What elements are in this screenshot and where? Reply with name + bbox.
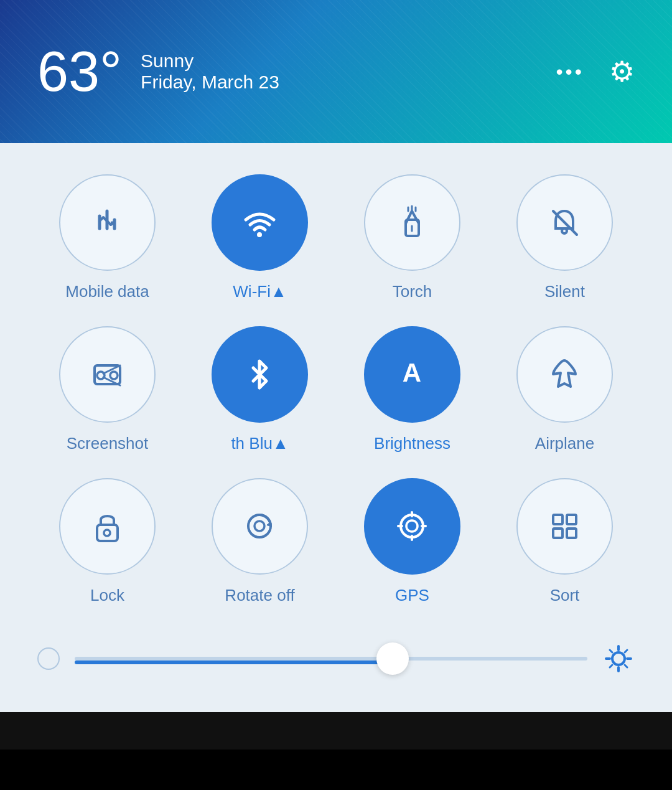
gps-label: GPS xyxy=(395,586,429,605)
more-options-button[interactable]: ••• xyxy=(556,60,584,83)
silent-icon xyxy=(544,202,585,243)
brightness-slider-row xyxy=(37,636,635,687)
svg-text:A: A xyxy=(403,358,421,387)
sort-label: Sort xyxy=(550,586,580,605)
temperature: 63° xyxy=(37,44,122,100)
torch-label: Torch xyxy=(393,282,432,301)
sort-icon xyxy=(544,506,585,547)
brightness-circle[interactable]: A xyxy=(364,326,460,423)
gps-circle[interactable] xyxy=(364,478,460,575)
toggle-mobile-data[interactable]: Mobile data xyxy=(37,174,177,301)
header-actions: ••• ⚙ xyxy=(556,55,635,88)
lock-circle[interactable] xyxy=(59,478,156,575)
toggle-bluetooth[interactable]: th Blu▲ xyxy=(190,326,330,453)
toggle-lock[interactable]: Lock xyxy=(37,478,177,605)
wifi-label: Wi-Fi▲ xyxy=(233,282,286,301)
mobile-data-label: Mobile data xyxy=(65,282,149,301)
toggle-sort[interactable]: Sort xyxy=(495,478,635,605)
svg-point-19 xyxy=(104,530,110,536)
wifi-icon xyxy=(240,202,280,243)
brightness-label: Brightness xyxy=(374,434,450,453)
screenshot-icon xyxy=(87,354,128,395)
toggle-airplane[interactable]: Airplane xyxy=(495,326,635,453)
slider-track-fill xyxy=(75,661,393,664)
svg-point-23 xyxy=(406,520,418,532)
torch-circle[interactable] xyxy=(364,174,460,271)
toggle-wifi[interactable]: Wi-Fi▲ xyxy=(190,174,330,301)
settings-button[interactable]: ⚙ xyxy=(609,55,635,88)
svg-point-4 xyxy=(257,232,262,237)
brightness-max-icon xyxy=(602,642,635,675)
lock-label: Lock xyxy=(90,586,124,605)
brightness-slider-track[interactable] xyxy=(75,657,587,661)
svg-point-22 xyxy=(401,515,423,537)
gps-icon xyxy=(392,506,432,547)
svg-rect-10 xyxy=(562,228,567,233)
toggle-rotate-off[interactable]: Rotate off xyxy=(190,478,330,605)
silent-circle[interactable] xyxy=(516,174,613,271)
toggle-torch[interactable]: Torch xyxy=(342,174,482,301)
brightness-icon: A xyxy=(392,354,432,395)
svg-line-40 xyxy=(610,665,612,667)
brightness-min-icon xyxy=(37,647,60,670)
header: 63° Sunny Friday, March 23 ••• ⚙ xyxy=(0,0,672,143)
rotate-off-circle[interactable] xyxy=(212,478,308,575)
weather-condition: Sunny xyxy=(141,50,279,72)
svg-rect-18 xyxy=(97,525,118,541)
bluetooth-circle[interactable] xyxy=(212,326,308,423)
mobile-data-icon xyxy=(87,202,128,243)
sort-circle[interactable] xyxy=(516,478,613,575)
silent-label: Silent xyxy=(544,282,585,301)
airplane-circle[interactable] xyxy=(516,326,613,423)
svg-rect-31 xyxy=(567,529,576,538)
bluetooth-icon xyxy=(240,354,280,395)
toggle-gps[interactable]: GPS xyxy=(342,478,482,605)
rotate-off-icon xyxy=(240,506,280,547)
airplane-icon xyxy=(544,354,585,395)
screenshot-circle[interactable] xyxy=(59,326,156,423)
svg-rect-29 xyxy=(567,515,576,524)
rotate-off-label: Rotate off xyxy=(225,586,294,605)
toggle-brightness[interactable]: A Brightness xyxy=(342,326,482,453)
lock-icon xyxy=(87,506,128,547)
torch-icon xyxy=(392,202,432,243)
toggle-silent[interactable]: Silent xyxy=(495,174,635,301)
screenshot-label: Screenshot xyxy=(67,434,149,453)
bluetooth-label: th Blu▲ xyxy=(231,434,288,453)
svg-line-39 xyxy=(625,650,627,652)
svg-point-21 xyxy=(254,521,264,531)
svg-point-14 xyxy=(110,372,118,379)
quick-settings-panel: Mobile data Wi-Fi▲ xyxy=(0,143,672,712)
svg-line-38 xyxy=(625,665,627,667)
svg-line-37 xyxy=(610,650,612,652)
wifi-circle[interactable] xyxy=(212,174,308,271)
airplane-label: Airplane xyxy=(535,434,594,453)
weather-info: Sunny Friday, March 23 xyxy=(141,50,279,93)
svg-rect-30 xyxy=(553,529,562,538)
mobile-data-circle[interactable] xyxy=(59,174,156,271)
toggle-screenshot[interactable]: Screenshot xyxy=(37,326,177,453)
weather-date: Friday, March 23 xyxy=(141,72,279,93)
bottom-bar xyxy=(0,712,672,750)
slider-thumb[interactable] xyxy=(376,642,409,675)
svg-rect-28 xyxy=(553,515,562,524)
toggles-grid: Mobile data Wi-Fi▲ xyxy=(37,174,635,605)
svg-point-32 xyxy=(612,652,625,665)
